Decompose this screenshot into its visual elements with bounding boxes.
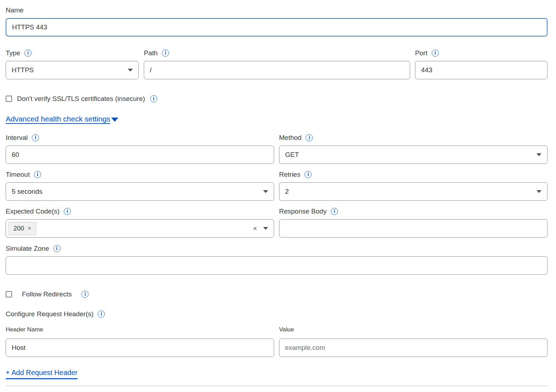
- port-input[interactable]: [415, 61, 548, 79]
- timeout-select[interactable]: 5 seconds: [6, 182, 274, 201]
- header-value-input[interactable]: [279, 339, 548, 357]
- interval-label-text: Interval: [6, 134, 28, 142]
- ssl-verify-checkbox-label: Don't verify SSL/TLS certificates (insec…: [17, 95, 145, 103]
- port-info-icon[interactable]: i: [432, 50, 439, 57]
- response-body-input[interactable]: [279, 219, 548, 238]
- caret-down-icon: [111, 118, 118, 122]
- method-label: Method i: [279, 134, 548, 142]
- simulate-zone-input[interactable]: [6, 256, 548, 275]
- timeout-info-icon[interactable]: i: [34, 171, 41, 178]
- tag-remove-icon[interactable]: ×: [28, 225, 31, 232]
- expected-codes-multiselect[interactable]: 200 × ×: [6, 219, 274, 238]
- simulate-zone-label: Simulate Zone i: [6, 245, 548, 252]
- name-label: Name: [6, 6, 548, 14]
- path-label: Path i: [144, 49, 410, 57]
- follow-redirects-row: Follow Redirects i: [6, 290, 548, 298]
- type-label-text: Type: [6, 49, 20, 57]
- ssl-verify-checkbox[interactable]: [6, 96, 12, 102]
- retries-label: Retries i: [279, 171, 548, 178]
- follow-redirects-checkbox[interactable]: [6, 291, 12, 297]
- timeout-field: Timeout i 5 seconds: [6, 171, 274, 201]
- type-field: Type i HTTPS: [6, 49, 139, 79]
- path-label-text: Path: [144, 49, 158, 57]
- header-name-column-text: Header Name: [6, 326, 43, 333]
- interval-method-row: Interval i Method i GET: [6, 134, 548, 164]
- timeout-label-text: Timeout: [6, 171, 30, 178]
- chevron-down-icon: [263, 227, 268, 230]
- health-check-form: Name Type i HTTPS Path i Port i: [0, 0, 556, 386]
- retries-info-icon[interactable]: i: [305, 171, 312, 178]
- port-label: Port i: [415, 49, 548, 57]
- header-value-field: Value: [279, 326, 548, 357]
- simulate-zone-info-icon[interactable]: i: [53, 245, 61, 252]
- header-name-field: Header Name: [6, 326, 274, 357]
- advanced-settings-link-text: Advanced health check settings: [6, 115, 110, 123]
- path-field: Path i: [144, 49, 410, 79]
- clear-all-icon[interactable]: ×: [253, 225, 257, 232]
- header-value-column-label: Value: [279, 326, 548, 333]
- response-body-label-text: Response Body: [279, 208, 327, 215]
- request-header-row: Header Name Value: [6, 326, 548, 357]
- simulate-zone-label-text: Simulate Zone: [6, 245, 49, 252]
- codes-responsebody-row: Expected Code(s) i 200 × × Response Body…: [6, 208, 548, 238]
- header-value-column-text: Value: [279, 326, 294, 333]
- response-body-label: Response Body i: [279, 208, 548, 215]
- ssl-verify-info-icon[interactable]: i: [150, 95, 157, 102]
- add-request-header-link[interactable]: + Add Request Header: [6, 369, 78, 379]
- header-name-input[interactable]: [6, 339, 274, 357]
- request-headers-info-icon[interactable]: i: [98, 311, 105, 318]
- response-body-info-icon[interactable]: i: [331, 208, 338, 215]
- request-headers-section-label: Configure Request Header(s) i: [6, 310, 548, 318]
- follow-redirects-label: Follow Redirects: [22, 290, 72, 298]
- type-info-icon[interactable]: i: [24, 50, 32, 57]
- chevron-down-icon: [128, 69, 133, 72]
- expected-code-tag-text: 200: [13, 225, 24, 232]
- interval-field: Interval i: [6, 134, 274, 164]
- ssl-verify-checkbox-row: Don't verify SSL/TLS certificates (insec…: [6, 95, 548, 103]
- method-label-text: Method: [279, 134, 301, 142]
- chevron-down-icon: [537, 153, 541, 156]
- advanced-settings-row: Advanced health check settings: [6, 115, 548, 123]
- retries-select[interactable]: 2: [279, 182, 548, 201]
- response-body-field: Response Body i: [279, 208, 548, 238]
- section-divider: [6, 386, 548, 386]
- name-label-text: Name: [6, 6, 24, 14]
- port-field: Port i: [415, 49, 548, 79]
- header-name-column-label: Header Name: [6, 326, 274, 333]
- add-request-header-row: + Add Request Header: [6, 369, 548, 379]
- follow-redirects-info-icon[interactable]: i: [81, 291, 89, 298]
- interval-info-icon[interactable]: i: [32, 134, 39, 141]
- method-field: Method i GET: [279, 134, 548, 164]
- chevron-down-icon: [263, 190, 268, 193]
- expected-codes-field: Expected Code(s) i 200 × ×: [6, 208, 274, 238]
- interval-label: Interval i: [6, 134, 274, 142]
- port-label-text: Port: [415, 49, 427, 57]
- name-input[interactable]: [6, 18, 548, 36]
- retries-field: Retries i 2: [279, 171, 548, 201]
- retries-label-text: Retries: [279, 171, 300, 178]
- type-select-value: HTTPS: [12, 66, 128, 74]
- method-info-icon[interactable]: i: [306, 134, 313, 141]
- type-label: Type i: [6, 49, 139, 57]
- timeout-select-value: 5 seconds: [12, 188, 263, 195]
- expected-codes-label: Expected Code(s) i: [6, 208, 274, 215]
- expected-codes-label-text: Expected Code(s): [6, 208, 59, 215]
- retries-select-value: 2: [285, 188, 537, 195]
- interval-input[interactable]: [6, 146, 274, 164]
- type-select[interactable]: HTTPS: [6, 61, 139, 79]
- timeout-retries-row: Timeout i 5 seconds Retries i 2: [6, 171, 548, 201]
- request-headers-section-text: Configure Request Header(s): [6, 310, 93, 318]
- timeout-label: Timeout i: [6, 171, 274, 178]
- chevron-down-icon: [537, 190, 541, 193]
- path-input[interactable]: [144, 61, 410, 79]
- path-info-icon[interactable]: i: [162, 50, 169, 57]
- expected-codes-info-icon[interactable]: i: [64, 208, 71, 215]
- method-select[interactable]: GET: [279, 146, 548, 164]
- type-path-port-row: Type i HTTPS Path i Port i: [6, 49, 548, 79]
- expected-code-tag: 200 ×: [8, 222, 36, 235]
- method-select-value: GET: [285, 151, 537, 159]
- simulate-zone-field: Simulate Zone i: [6, 245, 548, 275]
- advanced-settings-link[interactable]: Advanced health check settings: [6, 115, 118, 123]
